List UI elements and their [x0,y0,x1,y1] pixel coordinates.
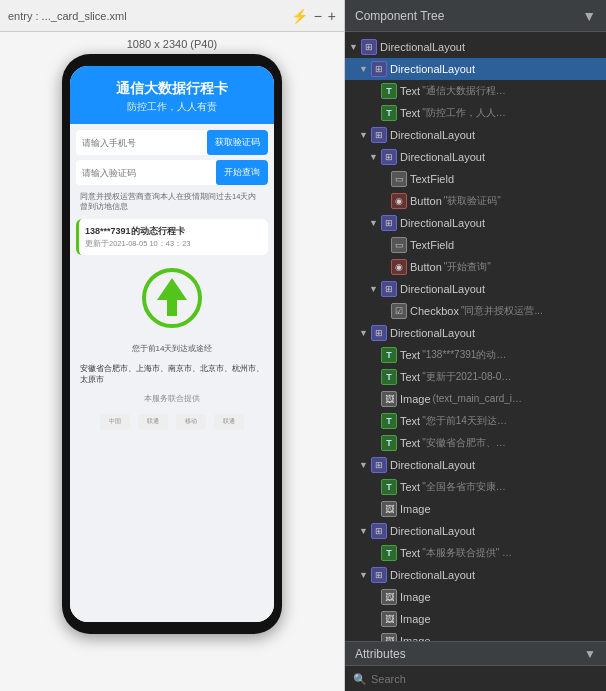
phone-card: 138***7391的动态行程卡 更新于2021-08-05 10：43：23 [76,219,268,255]
get-code-button[interactable]: 获取验证码 [207,130,268,155]
tree-item-value: "开始查询" [444,258,491,276]
phone-card-date: 更新于2021-08-05 10：43：23 [85,239,262,249]
tree-item[interactable]: 🖼Image [345,608,606,630]
tree-item[interactable]: ▭TextField [345,234,606,256]
tree-item-label: DirectionalLayout [390,324,475,342]
query-button[interactable]: 开始查询 [216,160,268,185]
tree-item-label: Image [400,632,431,641]
phone-phone-input[interactable] [76,132,203,154]
logo3: 移动 [176,414,206,430]
tree-arrow-icon [349,38,361,56]
tree-item[interactable]: ⊞DirectionalLayout [345,146,606,168]
checkbox-icon: ☑ [391,303,407,319]
tree-item[interactable]: ⊞DirectionalLayout [345,58,606,80]
phone-screen: 通信大数据行程卡 防控工作，人人有责 获取验证码 开始查询 [70,66,274,622]
svg-marker-1 [157,278,187,316]
tree-item[interactable]: ⊞DirectionalLayout [345,454,606,476]
tree-item-value: "138***7391的动态行程卡... [422,346,512,364]
tree-item-value: "您于前14天到达或途经... [422,412,512,430]
attributes-panel: Attributes ▼ 🔍 [345,641,606,691]
layout-icon: ⊞ [381,281,397,297]
tree-item[interactable]: ⊞DirectionalLayout [345,520,606,542]
tree-item[interactable]: 🖼Image (text_main_card_icon) [345,388,606,410]
phone-cities: 安徽省合肥市、上海市、南京市、北京市、杭州市、太原市 [76,361,268,387]
image-icon: 🖼 [381,391,397,407]
layout-icon: ⊞ [371,127,387,143]
tree-item[interactable]: TText "本服务联合提供" (text_botto [345,542,606,564]
arrow-up-svg [142,268,202,328]
tree-item[interactable]: ◉Button "开始查询" [345,256,606,278]
text-icon: T [381,369,397,385]
phone-input-row2: 开始查询 [76,160,268,185]
image-icon: 🖼 [381,589,397,605]
tree-item[interactable]: TText "138***7391的动态行程卡... [345,344,606,366]
tree-arrow-icon [369,280,381,298]
attributes-search-bar: 🔍 [345,666,606,691]
tree-item[interactable]: ⊞DirectionalLayout [345,564,606,586]
tree-item-label: Text [400,478,420,496]
tree-item[interactable]: ⊞DirectionalLayout [345,212,606,234]
tree-item[interactable]: TText "防控工作，人人有责" (te [345,102,606,124]
attributes-collapse-icon[interactable]: ▼ [584,647,596,661]
tree-item[interactable]: ◉Button "获取验证码" [345,190,606,212]
field-icon: ▭ [391,237,407,253]
zoom-in-icon[interactable]: + [328,8,336,24]
tree-item[interactable]: ⊞DirectionalLayout [345,322,606,344]
attributes-search-input[interactable] [371,673,598,685]
tree-item[interactable]: 🖼Image [345,586,606,608]
tree-item[interactable]: 🖼Image [345,630,606,641]
tree-arrow-icon [359,522,371,540]
entry-label: entry : ..._card_slice.xml [8,10,283,22]
layout-icon: ⊞ [361,39,377,55]
device-size-label: 1080 x 2340 (P40) [0,32,344,54]
layout-icon: ⊞ [371,523,387,539]
button-icon: ◉ [391,193,407,209]
layout-icon: ⊞ [371,567,387,583]
tree-item[interactable]: ⊞DirectionalLayout [345,278,606,300]
component-tree-title: Component Tree [355,9,582,23]
bluetooth-icon[interactable]: ⚡ [291,8,308,24]
tree-item-label: Text [400,82,420,100]
tree-item[interactable]: TText "安徽省合肥市、上海市... [345,432,606,454]
tree-item-label: Text [400,104,420,122]
right-panel: Component Tree ▼ ⊞DirectionalLayout⊞Dire… [345,0,606,691]
tree-item-value: "更新于2021-08-05 10：... [422,368,512,386]
component-tree[interactable]: ⊞DirectionalLayout⊞DirectionalLayoutTTex… [345,32,606,641]
tree-arrow-icon [359,60,371,78]
text-icon: T [381,545,397,561]
layout-icon: ⊞ [381,149,397,165]
logo4: 联通 [214,414,244,430]
tree-item[interactable]: TText "全国各省市安康码" (text_ [345,476,606,498]
component-tree-header: Component Tree ▼ [345,0,606,32]
tree-arrow-icon [359,126,371,144]
zoom-out-icon[interactable]: − [314,8,322,24]
tree-item[interactable]: TText "通信大数据行程卡" (text_ [345,80,606,102]
layout-icon: ⊞ [381,215,397,231]
layout-icon: ⊞ [371,457,387,473]
image-icon: 🖼 [381,633,397,641]
tree-item[interactable]: TText "您于前14天到达或途经... [345,410,606,432]
tree-item[interactable]: ☑Checkbox "同意并授权运营... [345,300,606,322]
phone-bottom-service: 本服务联合提供 [76,392,268,406]
tree-item-label: DirectionalLayout [390,60,475,78]
tree-item[interactable]: 🖼Image [345,498,606,520]
tree-arrow-icon [359,566,371,584]
tree-item-label: Text [400,412,420,430]
layout-icon: ⊞ [371,325,387,341]
tree-item-label: Image [400,500,431,518]
tree-item-label: Text [400,368,420,386]
tree-item-label: DirectionalLayout [400,214,485,232]
phone-code-input[interactable] [76,162,212,184]
attributes-title: Attributes [355,647,584,661]
phone-arrow-circle [76,260,268,336]
tree-item[interactable]: ⊞DirectionalLayout [345,124,606,146]
tree-item[interactable]: TText "更新于2021-08-05 10：... [345,366,606,388]
tree-item[interactable]: ▭TextField [345,168,606,190]
tree-item-label: Image [400,610,431,628]
tree-item-label: Checkbox [410,302,459,320]
image-icon: 🖼 [381,501,397,517]
text-icon: T [381,479,397,495]
tree-item-label: DirectionalLayout [390,456,475,474]
panel-collapse-icon[interactable]: ▼ [582,8,596,24]
tree-item[interactable]: ⊞DirectionalLayout [345,36,606,58]
